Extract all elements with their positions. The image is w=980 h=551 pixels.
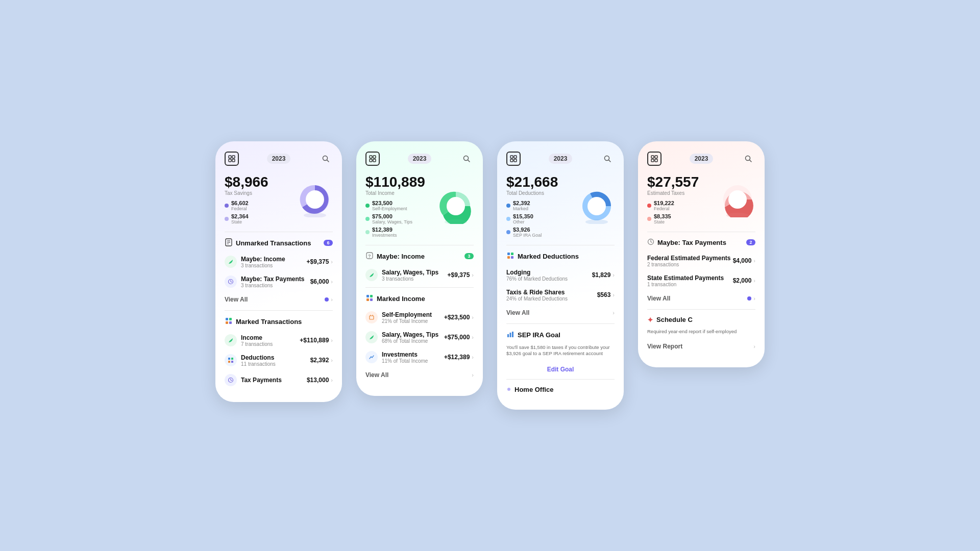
income-hero-label: Total Income — [365, 190, 438, 196]
svg-line-26 — [231, 380, 232, 381]
state-label: State — [231, 219, 249, 224]
svg-rect-2 — [229, 159, 231, 162]
svg-point-7 — [306, 190, 324, 209]
investments-item[interactable]: Investments 11% of Total Income +$12,389… — [356, 347, 483, 367]
overview-pie — [297, 182, 333, 217]
maybe-tax-badge: 2 — [746, 239, 755, 245]
svg-rect-17 — [229, 318, 232, 320]
marked-income-section: Marked Income Self-Employment 21% of Tot… — [356, 288, 483, 384]
tax-payments-item[interactable]: Tax Payments $13,000 › — [215, 370, 342, 390]
svg-rect-65 — [655, 159, 657, 162]
year-badge-deductions: 2023 — [549, 154, 573, 164]
home-icon — [506, 386, 511, 393]
unmarked-badge: 6 — [324, 240, 333, 246]
income-view-all[interactable]: View All › — [356, 367, 483, 384]
search-button-deductions[interactable] — [600, 152, 615, 166]
marked-income-header: Marked Income — [356, 288, 483, 308]
svg-line-50 — [608, 160, 610, 162]
clock-icon-taxes — [647, 238, 654, 247]
marked-deductions-section: Marked Deductions Lodging 76% of Marked … — [497, 245, 624, 321]
svg-rect-1 — [232, 156, 235, 158]
grid-icon-deductions — [506, 252, 514, 261]
deductions-header: 2023 — [497, 152, 624, 172]
deductions-pie — [579, 188, 615, 224]
marked-header: Marked Transactions — [215, 311, 342, 331]
svg-line-32 — [468, 160, 470, 162]
home-office-title: Home Office — [506, 386, 554, 393]
federal-payments-item[interactable]: Federal Estimated Payments 2 transaction… — [638, 251, 765, 271]
lodging-item[interactable]: Lodging 76% of Marked Deductions $1,829 … — [497, 265, 624, 285]
leaf-icon-2 — [225, 334, 237, 346]
edit-goal-button[interactable]: Edit Goal — [497, 362, 624, 377]
logo-icon — [225, 152, 239, 166]
svg-rect-42 — [370, 316, 374, 319]
deductions-hero: $21,668 Total Deductions $2,392 Marked $… — [497, 172, 624, 245]
svg-rect-16 — [226, 318, 228, 320]
taxis-item[interactable]: Taxis & Ride Shares 24% of Marked Deduct… — [497, 285, 624, 305]
svg-rect-48 — [514, 159, 517, 162]
svg-rect-58 — [507, 334, 509, 337]
svg-rect-21 — [231, 358, 233, 360]
svg-rect-56 — [507, 256, 510, 259]
svg-rect-0 — [229, 156, 231, 158]
search-button[interactable] — [318, 152, 333, 166]
question-icon: ? — [365, 252, 374, 261]
sep-ira-header: SEP IRA Goal — [497, 324, 624, 344]
search-button-taxes[interactable] — [741, 152, 755, 166]
svg-rect-62 — [651, 156, 654, 158]
svg-rect-19 — [229, 321, 232, 324]
svg-rect-41 — [370, 298, 373, 301]
logo-icon-deductions — [506, 152, 521, 166]
grid-icon-2 — [225, 354, 237, 366]
maybe-income-header: ? Maybe: Income 3 — [356, 245, 483, 265]
grid-icon — [225, 317, 233, 327]
svg-point-34 — [447, 197, 465, 215]
sep-ira-title: SEP IRA Goal — [506, 330, 560, 340]
maybe-income-section: ? Maybe: Income 3 Salary, Wages, Tips 3 … — [356, 245, 483, 285]
income-header: 2023 — [356, 152, 483, 172]
deductions-hero-label: Total Deductions — [506, 190, 579, 196]
phone-taxes: 2023 $27,557 Estimated Taxes $19,222 Fed… — [638, 141, 765, 367]
self-employment-item[interactable]: Self-Employment 21% of Total Income +$23… — [356, 308, 483, 328]
federal-value: $6,602 — [231, 200, 249, 206]
unmarked-title: Unmarked Transactions — [225, 238, 311, 248]
year-badge-taxes: 2023 — [690, 154, 714, 164]
svg-rect-38 — [366, 295, 369, 297]
taxes-pie — [720, 182, 755, 217]
income-main-value: $110,889 — [365, 175, 438, 189]
sep-ira-section: SEP IRA Goal You'll save $1,580 in taxes… — [497, 324, 624, 378]
federal-label: Federal — [231, 206, 249, 211]
salary-maybe-item[interactable]: Salary, Wages, Tips 3 transactions +$9,3… — [356, 265, 483, 285]
state-payments-item[interactable]: State Estimated Payments 1 transaction $… — [638, 271, 765, 291]
svg-rect-47 — [510, 159, 513, 162]
taxes-hero: $27,557 Estimated Taxes $19,222 Federal … — [638, 172, 765, 232]
svg-point-53 — [585, 219, 608, 224]
svg-text:?: ? — [368, 254, 371, 259]
home-office-section: Home Office — [497, 380, 624, 397]
year-badge-income: 2023 — [408, 154, 432, 164]
schedule-c-title: ✦ Schedule C — [647, 316, 693, 324]
salary-marked-item[interactable]: Salary, Wages, Tips 68% of Total Income … — [356, 328, 483, 347]
svg-rect-20 — [228, 358, 230, 360]
taxes-view-all[interactable]: View All › — [638, 291, 765, 307]
income-marked-item[interactable]: Income 7 transactions +$110,889 › — [215, 331, 342, 350]
phones-container: 2023 $8,966 Tax Savings $6,602 Federal — [205, 121, 775, 431]
search-button-income[interactable] — [459, 152, 474, 166]
svg-rect-22 — [228, 361, 230, 363]
marked-title: Marked Transactions — [225, 317, 302, 327]
view-report-button[interactable]: View Report › — [638, 339, 765, 355]
svg-rect-3 — [232, 159, 235, 162]
schedule-c-section: ✦ Schedule C Required year-end report if… — [638, 310, 765, 355]
phone-deductions: 2023 $21,668 Total Deductions $2,392 Mar… — [497, 141, 624, 410]
svg-rect-63 — [655, 156, 657, 158]
state-value: $2,364 — [231, 213, 249, 219]
phone-income: 2023 $110,889 Total Income $23,500 Self-… — [356, 141, 483, 396]
unmarked-view-all[interactable]: View All › — [215, 292, 342, 308]
deductions-marked-item[interactable]: Deductions 11 transactions $2,392 › — [215, 350, 342, 370]
deductions-view-all[interactable]: View All › — [497, 305, 624, 321]
svg-rect-55 — [511, 253, 513, 255]
maybe-tax-header: Maybe: Tax Payments 2 — [638, 232, 765, 251]
maybe-tax-item[interactable]: Maybe: Tax Payments 3 transactions $6,00… — [215, 272, 342, 292]
maybe-income-item[interactable]: Maybe: Income 3 transactions +$9,375 › — [215, 252, 342, 272]
marked-deductions-header: Marked Deductions — [497, 245, 624, 265]
